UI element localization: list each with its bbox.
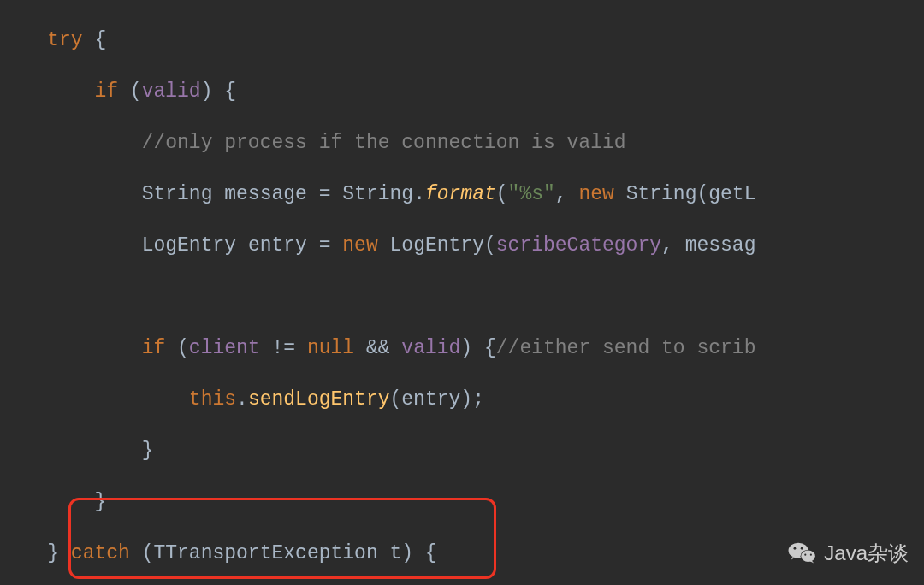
dot: . bbox=[236, 388, 248, 411]
svg-point-2 bbox=[802, 551, 815, 563]
indent bbox=[0, 542, 47, 564]
class-ref: String( bbox=[626, 183, 709, 205]
indent bbox=[0, 388, 189, 411]
watermark: Java杂谈 bbox=[788, 541, 909, 566]
string-literal: "%s" bbox=[508, 183, 555, 205]
code-line: if (valid) { bbox=[0, 79, 924, 104]
class-ref: String. bbox=[342, 183, 425, 205]
paren: ( bbox=[496, 183, 508, 205]
comment-text: //only process if the connection is vali… bbox=[142, 132, 626, 154]
keyword-try: try bbox=[47, 29, 82, 51]
space bbox=[378, 234, 390, 257]
indent bbox=[0, 29, 47, 51]
brace-close: } bbox=[94, 491, 106, 513]
param-t: t bbox=[390, 542, 402, 564]
code-line: String message = String.format("%s", new… bbox=[0, 181, 924, 207]
code-line: } bbox=[0, 489, 924, 515]
indent bbox=[0, 132, 142, 154]
paren-open: ( bbox=[165, 337, 189, 359]
method-sendlogentry: sendLogEntry bbox=[248, 388, 390, 411]
variable-entry: entry bbox=[248, 234, 307, 257]
code-line: if (client != null && valid) {//either s… bbox=[0, 335, 924, 361]
keyword-null: null bbox=[307, 337, 354, 359]
code-line: //only process if the connection is vali… bbox=[0, 130, 924, 156]
blank-line bbox=[0, 284, 924, 310]
indent bbox=[0, 337, 142, 359]
class-ref: LogEntry( bbox=[390, 234, 496, 257]
arg-messag: messag bbox=[685, 234, 756, 257]
sep: , bbox=[661, 234, 685, 257]
indent bbox=[0, 80, 94, 103]
code-line: this.sendLogEntry(entry); bbox=[0, 387, 924, 412]
brace-open: { bbox=[83, 29, 107, 51]
watermark-label: Java杂谈 bbox=[824, 541, 909, 566]
operator-neq: != bbox=[260, 337, 307, 359]
arg-scribe: scribeCategory bbox=[496, 234, 661, 257]
operator-and: && bbox=[354, 337, 401, 359]
svg-point-5 bbox=[805, 554, 807, 556]
identifier-valid: valid bbox=[142, 80, 201, 103]
code-line: try { bbox=[0, 27, 924, 53]
exception-type: TTransportException bbox=[153, 542, 389, 564]
equals: = bbox=[307, 234, 342, 257]
paren-close: ) { bbox=[401, 542, 436, 564]
svg-point-4 bbox=[801, 547, 803, 550]
space bbox=[614, 183, 626, 205]
method-call-cut: getL bbox=[708, 183, 755, 205]
equals: = bbox=[307, 183, 342, 205]
paren-close: ) { bbox=[201, 80, 236, 103]
paren-close: ) { bbox=[460, 337, 495, 359]
type-logentry: LogEntry bbox=[142, 234, 248, 257]
paren-open: ( bbox=[118, 80, 142, 103]
brace-close: } bbox=[47, 542, 71, 564]
brace-close: } bbox=[142, 440, 154, 462]
method-format: format bbox=[425, 183, 496, 205]
svg-point-6 bbox=[810, 554, 812, 556]
code-line: LogEntry entry = new LogEntry(scribeCate… bbox=[0, 233, 924, 258]
indent bbox=[0, 183, 142, 205]
code-line: } catch (TTransportException t) { bbox=[0, 541, 924, 566]
identifier-valid: valid bbox=[401, 337, 460, 359]
comment-text: //either send to scrib bbox=[496, 337, 756, 359]
sep: , bbox=[555, 183, 579, 205]
keyword-new: new bbox=[342, 234, 377, 257]
keyword-new: new bbox=[578, 183, 613, 205]
identifier-client: client bbox=[189, 337, 260, 359]
variable-message: message bbox=[224, 183, 307, 205]
keyword-if: if bbox=[142, 337, 166, 359]
svg-point-3 bbox=[794, 547, 797, 550]
indent bbox=[0, 491, 94, 513]
indent bbox=[0, 440, 142, 462]
keyword-this: this bbox=[189, 388, 236, 411]
type-string: String bbox=[142, 183, 225, 205]
code-editor[interactable]: try { if (valid) { //only process if the… bbox=[0, 0, 924, 585]
args: (entry); bbox=[390, 388, 484, 411]
indent bbox=[0, 234, 142, 257]
wechat-icon bbox=[788, 541, 817, 565]
paren-open: ( bbox=[130, 542, 154, 564]
keyword-catch: catch bbox=[71, 542, 130, 564]
keyword-if: if bbox=[94, 80, 118, 103]
code-line: } bbox=[0, 438, 924, 464]
